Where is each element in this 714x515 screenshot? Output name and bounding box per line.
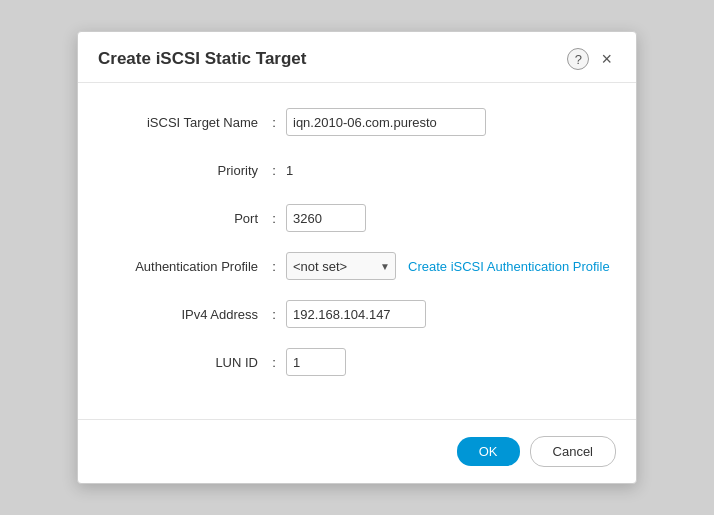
priority-label: Priority bbox=[106, 163, 266, 178]
dialog-header-actions: ? × bbox=[567, 48, 616, 70]
priority-colon: : bbox=[266, 163, 282, 178]
dialog-title: Create iSCSI Static Target bbox=[98, 49, 306, 69]
iscsi-target-name-row: iSCSI Target Name : bbox=[106, 107, 608, 137]
auth-profile-label: Authentication Profile bbox=[106, 259, 266, 274]
port-label: Port bbox=[106, 211, 266, 226]
auth-profile-row: Authentication Profile : <not set> ▼ Cre… bbox=[106, 251, 608, 281]
port-colon: : bbox=[266, 211, 282, 226]
dialog-body: iSCSI Target Name : Priority : 1 Port : … bbox=[78, 83, 636, 419]
priority-value: 1 bbox=[286, 163, 293, 178]
help-button[interactable]: ? bbox=[567, 48, 589, 70]
ok-button[interactable]: OK bbox=[457, 437, 520, 466]
ipv4-colon: : bbox=[266, 307, 282, 322]
auth-row-content: <not set> ▼ Create iSCSI Authentication … bbox=[286, 252, 610, 280]
cancel-button[interactable]: Cancel bbox=[530, 436, 616, 467]
auth-profile-select[interactable]: <not set> bbox=[286, 252, 396, 280]
create-auth-profile-link[interactable]: Create iSCSI Authentication Profile bbox=[408, 259, 610, 274]
dialog-header: Create iSCSI Static Target ? × bbox=[78, 32, 636, 83]
ipv4-input[interactable] bbox=[286, 300, 426, 328]
dialog-footer: OK Cancel bbox=[78, 419, 636, 483]
ipv4-label: IPv4 Address bbox=[106, 307, 266, 322]
dialog: Create iSCSI Static Target ? × iSCSI Tar… bbox=[77, 31, 637, 484]
auth-select-wrapper: <not set> ▼ bbox=[286, 252, 396, 280]
lun-label: LUN ID bbox=[106, 355, 266, 370]
dialog-overlay: Create iSCSI Static Target ? × iSCSI Tar… bbox=[0, 0, 714, 515]
iscsi-target-name-input[interactable] bbox=[286, 108, 486, 136]
iscsi-target-name-label: iSCSI Target Name bbox=[106, 115, 266, 130]
lun-input[interactable] bbox=[286, 348, 346, 376]
close-button[interactable]: × bbox=[597, 48, 616, 70]
lun-row: LUN ID : bbox=[106, 347, 608, 377]
ipv4-row: IPv4 Address : bbox=[106, 299, 608, 329]
auth-profile-colon: : bbox=[266, 259, 282, 274]
priority-row: Priority : 1 bbox=[106, 155, 608, 185]
iscsi-target-name-colon: : bbox=[266, 115, 282, 130]
lun-colon: : bbox=[266, 355, 282, 370]
port-row: Port : bbox=[106, 203, 608, 233]
port-input[interactable] bbox=[286, 204, 366, 232]
